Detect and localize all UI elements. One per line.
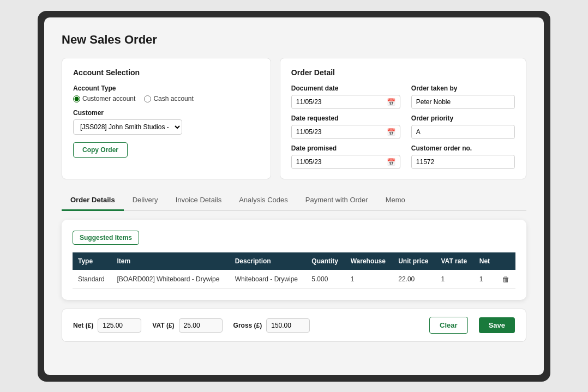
order-taken-by-input[interactable] xyxy=(411,95,515,109)
cell-item: [BOARD002] Whiteboard - Drywipe xyxy=(111,270,229,289)
cell-warehouse: 1 xyxy=(345,270,393,289)
date-requested-group: Date requested 📅 xyxy=(291,114,400,139)
net-field: Net (£) xyxy=(73,318,141,333)
tab-invoice-details[interactable]: Invoice Details xyxy=(167,190,231,211)
tab-order-details[interactable]: Order Details xyxy=(62,190,124,211)
gross-field: Gross (£) xyxy=(233,318,310,333)
cell-unit-price: 22.00 xyxy=(393,270,435,289)
date-requested-label: Date requested xyxy=(291,114,400,122)
vat-field: VAT (£) xyxy=(152,318,222,333)
app-wrapper: New Sales Order Account Selection Accoun… xyxy=(38,11,550,382)
document-date-group: Document date 📅 xyxy=(291,85,400,109)
net-label: Net (£) xyxy=(73,322,93,329)
account-type-radio-group: Customer account Cash account xyxy=(73,95,260,102)
vat-input[interactable] xyxy=(179,318,223,333)
customer-label: Customer xyxy=(73,109,260,117)
gross-label: Gross (£) xyxy=(233,322,262,329)
cell-type: Standard xyxy=(73,270,111,289)
cell-delete[interactable]: 🗑 xyxy=(496,270,515,289)
account-selection-panel: Account Selection Account Type Customer … xyxy=(62,58,271,179)
date-promised-input[interactable] xyxy=(292,155,382,168)
cell-quantity: 5.000 xyxy=(306,270,345,289)
radio-cash-label: Cash account xyxy=(153,95,193,102)
order-detail-grid: Document date 📅 Order taken by Date requ… xyxy=(291,85,515,169)
col-quantity: Quantity xyxy=(306,252,345,270)
tab-payment-with-order[interactable]: Payment with Order xyxy=(297,190,377,211)
content-card: Suggested Items Type Item Description Qu… xyxy=(62,220,526,300)
radio-cash-input[interactable] xyxy=(144,95,151,102)
tabs-bar: Order Details Delivery Invoice Details A… xyxy=(62,190,526,211)
account-selection-title: Account Selection xyxy=(73,68,260,77)
col-actions xyxy=(496,252,515,270)
main-container: New Sales Order Account Selection Accoun… xyxy=(44,17,544,375)
tab-analysis-codes[interactable]: Analysis Codes xyxy=(230,190,297,211)
cell-description: Whiteboard - Drywipe xyxy=(230,270,307,289)
customer-select[interactable]: [JSS028] John Smith Studios - HUL 7HJ xyxy=(73,119,182,135)
col-description: Description xyxy=(230,252,307,270)
vat-label: VAT (£) xyxy=(152,322,174,329)
radio-customer-option[interactable]: Customer account xyxy=(73,95,135,102)
col-item: Item xyxy=(111,252,229,270)
col-vat-rate: VAT rate xyxy=(436,252,474,270)
doc-date-label: Document date xyxy=(291,85,400,92)
order-taken-by-label: Order taken by xyxy=(411,85,515,92)
date-promised-calendar-icon[interactable]: 📅 xyxy=(382,156,400,168)
doc-date-input[interactable] xyxy=(292,95,382,108)
suggested-items-badge[interactable]: Suggested Items xyxy=(73,231,139,245)
date-requested-calendar-icon[interactable]: 📅 xyxy=(382,126,400,138)
radio-customer-input[interactable] xyxy=(73,95,80,102)
radio-cash-option[interactable]: Cash account xyxy=(144,95,193,102)
order-priority-input[interactable] xyxy=(411,125,515,139)
col-type: Type xyxy=(73,252,111,270)
delete-icon[interactable]: 🗑 xyxy=(502,275,509,284)
col-unit-price: Unit price xyxy=(393,252,435,270)
date-promised-group: Date promised 📅 xyxy=(291,144,400,169)
cell-vat-rate: 1 xyxy=(436,270,474,289)
customer-select-wrapper: [JSS028] John Smith Studios - HUL 7HJ xyxy=(73,119,260,135)
order-detail-title: Order Detail xyxy=(291,68,515,77)
items-table: Type Item Description Quantity Warehouse… xyxy=(73,252,515,289)
cell-net: 1 xyxy=(474,270,496,289)
footer-bar: Net (£) VAT (£) Gross (£) Clear Save xyxy=(62,309,526,342)
tab-memo[interactable]: Memo xyxy=(377,190,414,211)
tab-delivery[interactable]: Delivery xyxy=(124,190,167,211)
customer-order-label: Customer order no. xyxy=(411,144,515,152)
order-taken-by-group: Order taken by xyxy=(411,85,515,109)
copy-order-button[interactable]: Copy Order xyxy=(73,142,128,158)
order-detail-panel: Order Detail Document date 📅 Order taken… xyxy=(280,58,526,179)
order-priority-label: Order priority xyxy=(411,114,515,122)
date-promised-input-wrapper: 📅 xyxy=(291,155,400,169)
radio-customer-label: Customer account xyxy=(82,95,135,102)
doc-date-calendar-icon[interactable]: 📅 xyxy=(382,96,400,108)
doc-date-input-wrapper: 📅 xyxy=(291,95,400,109)
col-net: Net xyxy=(474,252,496,270)
order-priority-group: Order priority xyxy=(411,114,515,139)
net-input[interactable] xyxy=(98,318,141,333)
top-panels: Account Selection Account Type Customer … xyxy=(62,58,526,179)
table-header-row: Type Item Description Quantity Warehouse… xyxy=(73,252,515,270)
customer-order-group: Customer order no. xyxy=(411,144,515,169)
account-type-label: Account Type xyxy=(73,85,260,92)
date-requested-input[interactable] xyxy=(292,125,382,138)
col-warehouse: Warehouse xyxy=(345,252,393,270)
clear-button[interactable]: Clear xyxy=(429,317,468,334)
page-title: New Sales Order xyxy=(62,33,526,47)
customer-order-input[interactable] xyxy=(411,155,515,169)
gross-input[interactable] xyxy=(266,318,310,333)
date-requested-input-wrapper: 📅 xyxy=(291,125,400,139)
save-button[interactable]: Save xyxy=(479,317,515,333)
date-promised-label: Date promised xyxy=(291,144,400,152)
table-row: Standard [BOARD002] Whiteboard - Drywipe… xyxy=(73,270,515,289)
